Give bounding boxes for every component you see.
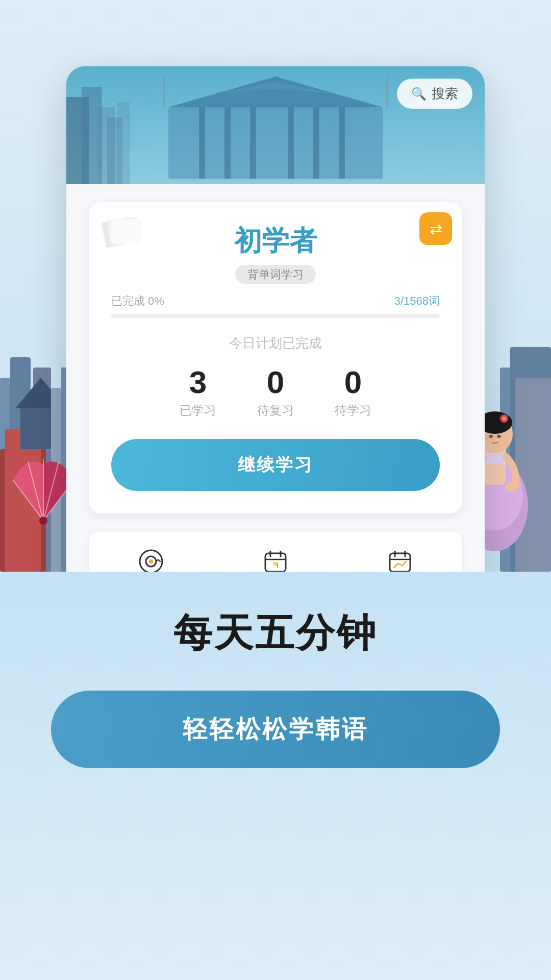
quick-actions: 听学 计划 xyxy=(89,532,462,572)
cta-label: 轻轻松松学韩语 xyxy=(183,716,368,743)
stat-pending-num: 0 xyxy=(335,366,371,398)
app-card: 🔍 搜索 xyxy=(66,66,485,572)
stats-row: 3 已学习 0 待复习 0 待学习 xyxy=(111,366,440,419)
action-listen[interactable]: 听学 xyxy=(89,532,213,572)
refresh-icon: ⇄ xyxy=(430,220,442,238)
daily-complete-label: 今日计划已完成 xyxy=(111,334,440,352)
stat-learned: 3 已学习 xyxy=(180,366,216,419)
stat-pending: 0 待学习 xyxy=(335,366,371,419)
svg-rect-49 xyxy=(313,107,319,179)
search-label: 搜索 xyxy=(432,85,458,103)
continue-button[interactable]: 继续学习 xyxy=(111,439,440,491)
svg-rect-57 xyxy=(111,219,142,244)
progress-percent: 已完成 0% xyxy=(111,293,164,309)
svg-rect-66 xyxy=(390,553,410,572)
stat-learned-label: 已学习 xyxy=(180,402,216,419)
search-icon: 🔍 xyxy=(411,87,427,101)
action-record[interactable]: 记录 xyxy=(338,532,462,572)
svg-rect-45 xyxy=(199,107,205,179)
svg-rect-52 xyxy=(117,102,130,184)
level-subtitle: 背单词学习 xyxy=(111,267,440,282)
svg-rect-54 xyxy=(386,77,388,107)
svg-rect-48 xyxy=(288,107,294,179)
continue-label: 继续学习 xyxy=(238,455,313,474)
stat-review: 0 待复习 xyxy=(257,366,294,419)
svg-point-60 xyxy=(149,559,153,564)
svg-point-26 xyxy=(39,517,47,525)
search-button[interactable]: 🔍 搜索 xyxy=(397,79,472,109)
progress-bar xyxy=(111,314,440,318)
level-card: ⇄ 初学者 背单词学习 已完成 0% 3/1568词 xyxy=(89,202,462,513)
book-icon xyxy=(101,214,142,252)
cta-button[interactable]: 轻轻松松学韩语 xyxy=(51,691,500,768)
action-plan[interactable]: 计划 xyxy=(213,532,338,572)
tagline: 每天五分钟 xyxy=(173,607,378,660)
svg-point-34 xyxy=(489,435,493,438)
stat-learned-num: 3 xyxy=(180,366,216,398)
subtitle-badge: 背单词学习 xyxy=(235,265,316,284)
bottom-section: 每天五分钟 轻轻松松学韩语 xyxy=(0,572,551,980)
word-count: 3/1568词 xyxy=(394,293,440,309)
svg-rect-46 xyxy=(224,107,231,179)
svg-point-33 xyxy=(502,416,506,421)
stat-review-num: 0 xyxy=(257,366,294,398)
stat-review-label: 待复习 xyxy=(257,402,294,419)
stat-pending-label: 待学习 xyxy=(335,402,371,419)
svg-rect-50 xyxy=(339,107,345,179)
card-header: 🔍 搜索 xyxy=(66,66,485,184)
svg-point-37 xyxy=(505,482,517,493)
svg-rect-53 xyxy=(163,77,165,107)
svg-rect-47 xyxy=(250,107,256,179)
card-content: ⇄ 初学者 背单词学习 已完成 0% 3/1568词 xyxy=(66,184,485,572)
plan-icon xyxy=(262,548,289,572)
svg-point-35 xyxy=(497,435,501,438)
listen-icon xyxy=(138,548,164,572)
level-title: 初学者 xyxy=(111,223,440,260)
refresh-button[interactable]: ⇄ xyxy=(419,212,452,245)
record-icon xyxy=(387,548,413,572)
progress-row: 已完成 0% 3/1568词 xyxy=(111,293,440,309)
